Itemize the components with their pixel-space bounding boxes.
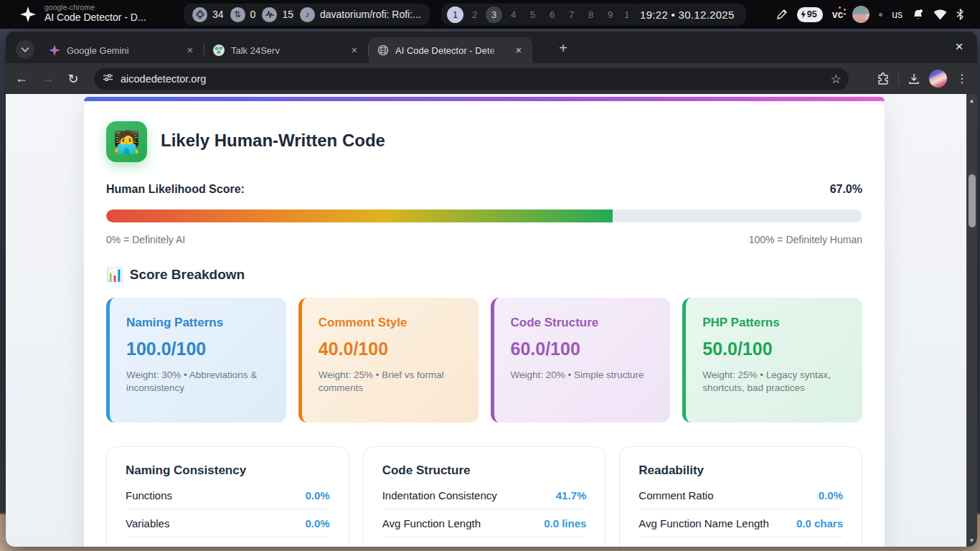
tray-avatar[interactable]: ..7 bbox=[852, 6, 870, 23]
toolbar-separator bbox=[898, 72, 899, 85]
browser-menu-icon[interactable]: ⋮ bbox=[953, 70, 971, 88]
tab-title: Talk 24Serv bbox=[231, 45, 341, 56]
site-settings-icon[interactable] bbox=[103, 72, 113, 85]
activity-stat: 15 bbox=[262, 7, 293, 22]
forward-button[interactable]: → bbox=[37, 69, 57, 89]
metric-value: 0.0 chars bbox=[796, 517, 843, 529]
globe-favicon-icon bbox=[377, 44, 389, 56]
score-label: Human Likelihood Score: bbox=[106, 183, 245, 196]
extensions-puzzle-icon[interactable] bbox=[874, 70, 892, 88]
breakdown-card-title: PHP Patterns bbox=[702, 316, 848, 330]
tabs-container: Google Gemini × Talk 24Serv × AI Code De… bbox=[40, 37, 532, 63]
wifi-icon[interactable] bbox=[933, 9, 947, 20]
metric-label: Avg Function Length bbox=[382, 517, 481, 529]
metric-row: Functions 0.0% bbox=[126, 481, 330, 509]
battery-indicator: 95 bbox=[797, 7, 823, 22]
workspace-8[interactable]: 8 bbox=[583, 6, 599, 23]
workspace-9[interactable]: 9 bbox=[602, 6, 618, 23]
score-progress-bar bbox=[106, 209, 862, 222]
system-taskbar: google-chrome AI Code Detector - D... 34… bbox=[0, 0, 980, 29]
metric-card-title: Readability bbox=[639, 463, 843, 478]
breakdown-card-score: 60.0/100 bbox=[511, 339, 656, 359]
tab-close-icon[interactable]: × bbox=[348, 44, 361, 57]
tab-talk-24serv[interactable]: Talk 24Serv × bbox=[204, 37, 368, 63]
cpu-value: 34 bbox=[212, 9, 224, 20]
tab-ai-code-detector[interactable]: AI Code Detector - Dete × bbox=[369, 37, 532, 63]
media-stat[interactable]: ♪ davatorium/rofi: Rofi:... bbox=[300, 7, 421, 22]
scrollbar-down-arrow-icon[interactable]: ▼ bbox=[966, 535, 977, 545]
workspace-2[interactable]: 2 bbox=[466, 6, 483, 23]
breakdown-card-score: 100.0/100 bbox=[126, 339, 272, 359]
score-value: 67.0% bbox=[830, 183, 862, 196]
address-bar[interactable]: aicodedetector.org ☆ bbox=[94, 68, 849, 90]
browser-toolbar: ← → ↻ aicodedetector.org ☆ ⋮ bbox=[6, 63, 977, 94]
metric-label: Variables bbox=[126, 517, 169, 529]
bookmark-star-icon[interactable]: ☆ bbox=[827, 70, 844, 88]
breakdown-card-comment-style: Comment Style 40.0/100 Weight: 25% • Bri… bbox=[298, 298, 479, 423]
profile-avatar[interactable] bbox=[929, 70, 947, 88]
score-progress-fill bbox=[106, 209, 613, 222]
scrollbar-thumb[interactable] bbox=[969, 174, 976, 227]
reload-button[interactable]: ↻ bbox=[63, 69, 83, 89]
scale-left-label: 0% = Definitely AI bbox=[106, 234, 185, 245]
breakdown-heading-text: Score Breakdown bbox=[130, 267, 245, 283]
workspace-3[interactable]: 3 bbox=[486, 6, 502, 23]
scale-row: 0% = Definitely AI 100% = Definitely Hum… bbox=[106, 234, 862, 245]
metric-value: 0.0 lines bbox=[544, 517, 586, 529]
metric-row: Avg Function Name Length 0.0 chars bbox=[639, 509, 843, 537]
vc-indicator[interactable]: vc bbox=[832, 9, 844, 20]
tab-search-button[interactable] bbox=[16, 40, 34, 59]
metric-row: Avg Function Length 0.0 lines bbox=[382, 509, 587, 537]
workspace-6[interactable]: 6 bbox=[544, 6, 560, 23]
transfer-value: 0 bbox=[250, 9, 256, 20]
result-card: 🧑‍💻 Likely Human-Written Code Human Like… bbox=[84, 97, 885, 547]
keyboard-layout-indicator[interactable]: us bbox=[892, 9, 903, 20]
media-title: davatorium/rofi: Rofi:... bbox=[320, 9, 421, 20]
window-close-button[interactable]: × bbox=[950, 37, 969, 56]
pencil-icon[interactable] bbox=[776, 9, 788, 20]
workspace-5[interactable]: 5 bbox=[524, 6, 541, 23]
back-button[interactable]: ← bbox=[11, 69, 32, 89]
new-tab-button[interactable]: + bbox=[555, 39, 572, 57]
metric-label: Avg Function Name Length bbox=[639, 517, 769, 529]
url-text[interactable]: aicodedetector.org bbox=[121, 73, 827, 85]
tab-close-icon[interactable]: × bbox=[184, 44, 197, 57]
activity-value: 15 bbox=[282, 9, 293, 20]
breakdown-card-score: 40.0/100 bbox=[319, 339, 464, 359]
page-scrollbar[interactable]: ▲ ▼ bbox=[966, 94, 977, 547]
metric-card-title: Naming Consistency bbox=[126, 463, 330, 478]
metric-value: 41.7% bbox=[556, 489, 587, 501]
cpu-stat: 34 bbox=[192, 7, 224, 22]
workspace-7[interactable]: 7 bbox=[563, 6, 580, 23]
metric-row: Indentation Consistency 41.7% bbox=[382, 481, 587, 509]
card-gradient-strip bbox=[84, 97, 885, 101]
metric-card-readability: Readability Comment Ratio 0.0% Avg Funct… bbox=[619, 446, 862, 547]
system-stats-pill: 34 ⇅ 0 15 ♪ davatorium/rofi: Rofi:... bbox=[184, 4, 430, 25]
score-row: Human Likelihood Score: 67.0% bbox=[106, 183, 862, 196]
gemini-favicon-icon bbox=[49, 44, 60, 56]
clock-pill[interactable]: 19:22 • 30.12.2025 bbox=[628, 4, 746, 25]
scrollbar-up-arrow-icon[interactable]: ▲ bbox=[966, 95, 977, 105]
tab-title: Google Gemini bbox=[67, 45, 177, 56]
browser-window: Google Gemini × Talk 24Serv × AI Code De… bbox=[6, 32, 977, 547]
tab-close-icon[interactable]: × bbox=[512, 44, 525, 57]
tab-google-gemini[interactable]: Google Gemini × bbox=[40, 37, 204, 63]
breakdown-card-desc: Weight: 25% • Legacy syntax, shortcuts, … bbox=[702, 369, 848, 395]
bluetooth-icon[interactable] bbox=[956, 9, 964, 20]
focused-window-info: google-chrome AI Code Detector - D... bbox=[44, 3, 146, 23]
bell-icon[interactable] bbox=[912, 9, 924, 21]
metric-value: 0.0% bbox=[305, 489, 329, 501]
metric-row: Variables 0.0% bbox=[126, 509, 330, 537]
workspace-1[interactable]: 1 bbox=[447, 6, 463, 23]
music-note-icon: ♪ bbox=[300, 7, 315, 22]
breakdown-card-score: 50.0/100 bbox=[702, 339, 848, 359]
metric-card-code-structure: Code Structure Indentation Consistency 4… bbox=[363, 446, 606, 547]
window-title-label: AI Code Detector - D... bbox=[44, 11, 146, 23]
breakdown-card-php-patterns: PHP Patterns 50.0/100 Weight: 25% • Lega… bbox=[682, 298, 862, 423]
launcher-diamond-icon[interactable] bbox=[20, 6, 36, 22]
breakdown-cards-grid: Naming Patterns 100.0/100 Weight: 30% • … bbox=[106, 298, 862, 423]
downloads-icon[interactable] bbox=[905, 70, 923, 88]
metric-value: 0.0% bbox=[305, 517, 329, 529]
workspace-4[interactable]: 4 bbox=[505, 6, 522, 23]
metric-value: 0.0% bbox=[819, 489, 843, 501]
